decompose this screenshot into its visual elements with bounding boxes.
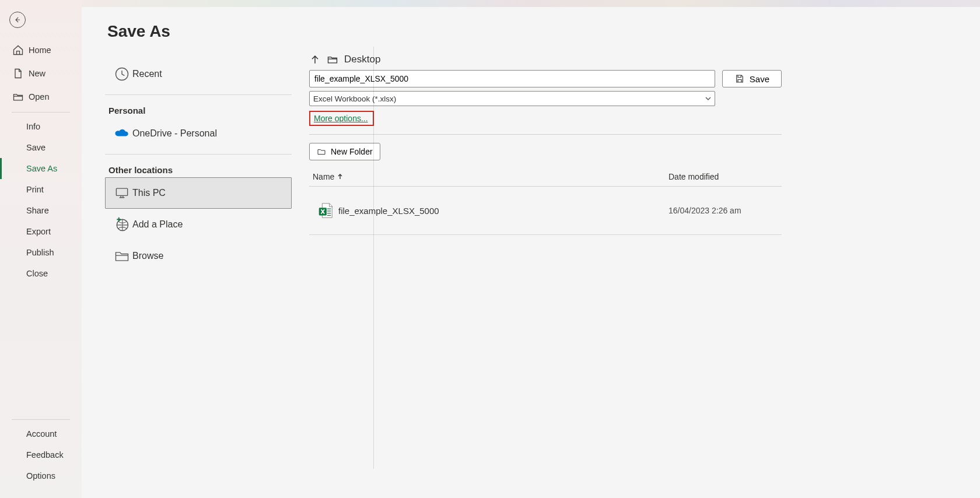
file-type-select[interactable]: Excel Workbook (*.xlsx) — [309, 91, 715, 106]
page-title: Save As — [107, 22, 957, 41]
nav-open[interactable]: Open — [0, 85, 82, 108]
chevron-down-icon — [705, 96, 711, 101]
more-options-highlight: More options... — [309, 111, 374, 126]
arrow-left-icon — [13, 16, 22, 24]
this-pc-icon — [111, 185, 132, 201]
location-browse-label: Browse — [132, 251, 163, 261]
file-list-header: Name Date modified — [309, 167, 782, 187]
nav-divider-bottom — [12, 419, 70, 420]
new-folder-label: New Folder — [331, 147, 373, 156]
location-this-pc[interactable]: This PC — [105, 177, 292, 209]
nav-divider — [12, 112, 70, 113]
nav-save-label: Save — [26, 143, 46, 152]
locations-panel: Recent Personal OneDrive - Personal Othe… — [105, 52, 292, 484]
clock-icon — [111, 66, 132, 82]
home-icon — [12, 44, 24, 56]
location-add-a-place-label: Add a Place — [132, 219, 183, 230]
location-recent[interactable]: Recent — [105, 58, 292, 90]
nav-print-label: Print — [26, 185, 44, 194]
locations-section-other: Other locations — [108, 165, 292, 175]
file-row[interactable]: file_example_XLSX_5000 16/04/2023 2:26 a… — [309, 187, 782, 235]
nav-close-label: Close — [26, 269, 48, 278]
nav-print[interactable]: Print — [0, 179, 82, 200]
up-folder-button[interactable] — [309, 54, 321, 65]
file-row-date: 16/04/2023 2:26 am — [668, 206, 779, 215]
location-recent-label: Recent — [132, 69, 162, 79]
nav-export-label: Export — [26, 227, 51, 236]
nav-home-label: Home — [29, 45, 51, 55]
back-button[interactable] — [9, 12, 26, 28]
location-onedrive-personal-label: OneDrive - Personal — [132, 128, 217, 139]
nav-publish[interactable]: Publish — [0, 242, 82, 263]
details-divider — [309, 134, 782, 135]
new-folder-button[interactable]: New Folder — [309, 143, 380, 160]
nav-save-as-label: Save As — [26, 164, 57, 173]
file-row-name: file_example_XLSX_5000 — [338, 206, 668, 216]
nav-feedback-label: Feedback — [26, 450, 64, 460]
nav-publish-label: Publish — [26, 248, 54, 257]
nav-save-as[interactable]: Save As — [0, 158, 82, 179]
location-browse[interactable]: Browse — [105, 240, 292, 272]
column-date-header[interactable]: Date modified — [668, 172, 779, 181]
nav-new-label: New — [29, 69, 46, 78]
backstage-sidebar: Home New Open Info Save Save As Print — [0, 0, 82, 498]
nav-open-label: Open — [29, 92, 49, 101]
folder-icon — [111, 248, 132, 264]
save-button[interactable]: Save — [722, 70, 782, 87]
nav-share[interactable]: Share — [0, 200, 82, 221]
add-place-icon — [111, 216, 132, 233]
nav-close[interactable]: Close — [0, 263, 82, 284]
file-type-label: Excel Workbook (*.xlsx) — [313, 94, 396, 103]
more-options-link[interactable]: More options... — [312, 113, 370, 124]
nav-feedback[interactable]: Feedback — [0, 444, 82, 465]
folder-open-icon — [327, 54, 338, 65]
nav-account-label: Account — [26, 429, 57, 439]
nav-home[interactable]: Home — [0, 38, 82, 62]
nav-options[interactable]: Options — [0, 465, 82, 486]
arrow-up-icon — [309, 54, 321, 65]
new-folder-icon — [317, 147, 326, 156]
excel-file-icon — [313, 202, 338, 219]
column-divider — [373, 47, 374, 469]
details-panel: Desktop Excel Workbook (*.xlsx) More opt… — [309, 52, 782, 484]
svg-rect-1 — [116, 188, 127, 195]
save-icon — [734, 73, 745, 84]
nav-info-label: Info — [26, 122, 40, 131]
location-onedrive-personal[interactable]: OneDrive - Personal — [105, 118, 292, 149]
location-add-a-place[interactable]: Add a Place — [105, 209, 292, 240]
filename-input[interactable] — [309, 70, 715, 87]
sort-asc-icon — [337, 173, 344, 180]
breadcrumb-text: Desktop — [344, 54, 380, 65]
column-name-label: Name — [313, 172, 334, 181]
nav-new[interactable]: New — [0, 62, 82, 85]
nav-share-label: Share — [26, 206, 49, 215]
nav-export[interactable]: Export — [0, 221, 82, 242]
location-this-pc-label: This PC — [132, 188, 166, 198]
breadcrumb-folder[interactable] — [327, 54, 338, 65]
save-button-label: Save — [750, 74, 769, 84]
nav-save[interactable]: Save — [0, 137, 82, 158]
nav-options-label: Options — [26, 471, 55, 481]
locations-divider — [105, 94, 292, 95]
nav-info[interactable]: Info — [0, 116, 82, 137]
nav-account[interactable]: Account — [0, 423, 82, 444]
content-area: Save As Recent Personal OneDrive - Perso… — [82, 7, 980, 498]
window-title-strip — [82, 0, 980, 7]
column-date-label: Date modified — [668, 172, 719, 181]
column-name-header[interactable]: Name — [313, 172, 668, 181]
folder-open-icon — [12, 91, 24, 103]
onedrive-icon — [111, 125, 132, 142]
new-file-icon — [12, 68, 24, 79]
locations-divider — [105, 154, 292, 155]
locations-section-personal: Personal — [108, 106, 292, 115]
